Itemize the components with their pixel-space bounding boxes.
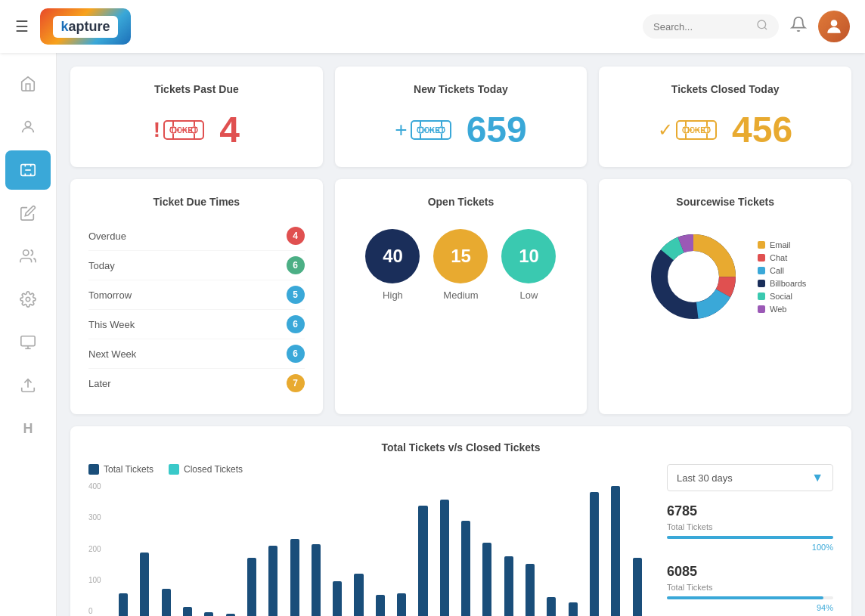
svg-text:TICKET: TICKET — [170, 126, 197, 135]
bar-group — [119, 593, 138, 616]
avatar[interactable] — [818, 11, 850, 42]
bar-group — [526, 564, 544, 616]
checkmark-icon: ✓ — [658, 119, 673, 141]
bar-group — [140, 553, 159, 616]
due-row-overdue[interactable]: Overdue 4 — [88, 221, 305, 251]
due-times-title: Ticket Due Times — [88, 196, 305, 208]
y-label-400: 400 — [88, 482, 101, 491]
circle-item-medium: 15 Medium — [433, 229, 488, 301]
sidebar-item-tickets[interactable] — [5, 150, 51, 190]
card-new-today-title: New Tickets Today — [353, 83, 569, 95]
sidebar-item-monitor[interactable] — [5, 323, 51, 362]
bar-group — [504, 556, 523, 616]
chart-legend-row: Total Tickets Closed Tickets — [88, 464, 652, 475]
due-label-this-week: This Week — [88, 319, 135, 330]
bar-group — [290, 539, 309, 616]
chart-area: Total Tickets Closed Tickets 400 300 — [88, 464, 652, 616]
svg-point-0 — [758, 20, 766, 29]
stat-number-total: 6785 — [667, 503, 833, 519]
due-badge-this-week: 6 — [287, 315, 305, 333]
legend-call: Call — [758, 266, 806, 275]
bar-total — [547, 597, 556, 616]
donut-chart — [644, 228, 743, 326]
card-past-due-title: Tickets Past Due — [88, 83, 305, 95]
stat-label-closed: Total Tickets — [667, 583, 833, 592]
bar-group — [162, 589, 181, 616]
bar-group — [590, 492, 609, 616]
card-due-times: Ticket Due Times Overdue 4 Today 6 Tomor… — [70, 179, 323, 414]
logo-box: kapture — [40, 8, 131, 45]
bar-total — [611, 486, 620, 616]
bar-total — [590, 492, 599, 616]
svg-text:TICKET: TICKET — [683, 126, 710, 135]
bar-total — [376, 595, 385, 616]
closed-today-icon-wrap: ✓ TICKET — [658, 117, 717, 143]
y-label-0: 0 — [88, 607, 101, 615]
due-row-next-week[interactable]: Next Week 6 — [88, 339, 305, 369]
due-row-this-week[interactable]: This Week 6 — [88, 310, 305, 339]
search-icon — [756, 19, 768, 34]
due-label-overdue: Overdue — [88, 231, 126, 242]
card-closed-today: Tickets Closed Today ✓ TICKET — [599, 67, 851, 167]
card-new-today-body: + TICKET 659 — [353, 109, 569, 150]
bar-group — [354, 574, 373, 616]
bar-total — [119, 593, 128, 616]
ticket-icon-new-today: TICKET — [411, 117, 451, 143]
due-row-later[interactable]: Later 7 — [88, 369, 305, 398]
legend-square-closed — [169, 464, 179, 475]
search-input[interactable] — [653, 21, 750, 33]
sidebar-item-settings[interactable] — [5, 280, 51, 319]
bar-total — [268, 546, 277, 616]
bar-total — [569, 602, 578, 616]
sidebar-item-user[interactable] — [5, 107, 51, 147]
card-new-today-number: 659 — [467, 109, 527, 150]
bar-group — [397, 593, 416, 616]
header: ☰ kapture — [0, 0, 865, 53]
ticket-icon-closed-today: TICKET — [676, 117, 717, 143]
bar-group — [569, 602, 588, 616]
due-badge-overdue: 4 — [287, 227, 305, 245]
bar-total — [183, 607, 192, 616]
legend-billboards: Billboards — [758, 279, 806, 288]
circle-low: 10 — [501, 229, 556, 283]
menu-icon[interactable]: ☰ — [15, 17, 29, 36]
chart-right: Last 30 days ▼ 6785 Total Tickets 100% 6… — [667, 464, 833, 612]
stat-bar-fill-total — [667, 536, 833, 539]
y-label-300: 300 — [88, 513, 101, 522]
period-select[interactable]: Last 30 days ▼ — [667, 464, 833, 491]
logo-text: kapture — [53, 16, 117, 38]
bar-group — [440, 500, 459, 616]
due-row-today[interactable]: Today 6 — [88, 251, 305, 280]
sidebar-item-edit[interactable] — [5, 193, 51, 233]
sidebar-item-hospital[interactable]: H — [5, 409, 51, 448]
card-closed-today-body: ✓ TICKET 456 — [617, 109, 833, 150]
bell-icon[interactable] — [790, 16, 807, 37]
bar-group — [482, 543, 501, 616]
card-new-today: New Tickets Today + TICKET — [335, 67, 588, 167]
due-badge-next-week: 6 — [287, 345, 305, 363]
due-badge-today: 6 — [287, 256, 305, 274]
search-bar[interactable] — [643, 14, 779, 39]
circle-label-low: Low — [520, 289, 538, 301]
circle-item-high: 40 High — [365, 229, 420, 301]
y-axis: 400 300 200 100 0 — [88, 482, 101, 616]
new-today-icon-wrap: + TICKET — [395, 117, 451, 143]
ticket-icon-past-due: TICKET — [163, 117, 204, 143]
legend-label-billboards: Billboards — [770, 279, 806, 288]
svg-text:TICKET: TICKET — [417, 126, 445, 135]
bar-group — [611, 486, 630, 616]
sidebar-item-home[interactable] — [5, 64, 51, 104]
chart-title: Total Tickets v/s Closed Tickets — [88, 441, 833, 453]
legend-social: Social — [758, 292, 806, 301]
sidebar-item-contacts[interactable] — [5, 237, 51, 276]
svg-point-33 — [671, 254, 716, 299]
open-tickets-title: Open Tickets — [353, 196, 569, 208]
sourcewise-title: Sourcewise Tickets — [617, 196, 833, 208]
bar-total — [290, 539, 299, 616]
chart-card: Total Tickets v/s Closed Tickets Total T… — [70, 426, 851, 616]
due-row-tomorrow[interactable]: Tomorrow 5 — [88, 280, 305, 310]
stat-percent-closed: 94% — [667, 603, 833, 612]
legend-square-total — [88, 464, 99, 475]
sidebar-item-upload[interactable] — [5, 366, 51, 405]
legend-label-web: Web — [770, 305, 786, 314]
